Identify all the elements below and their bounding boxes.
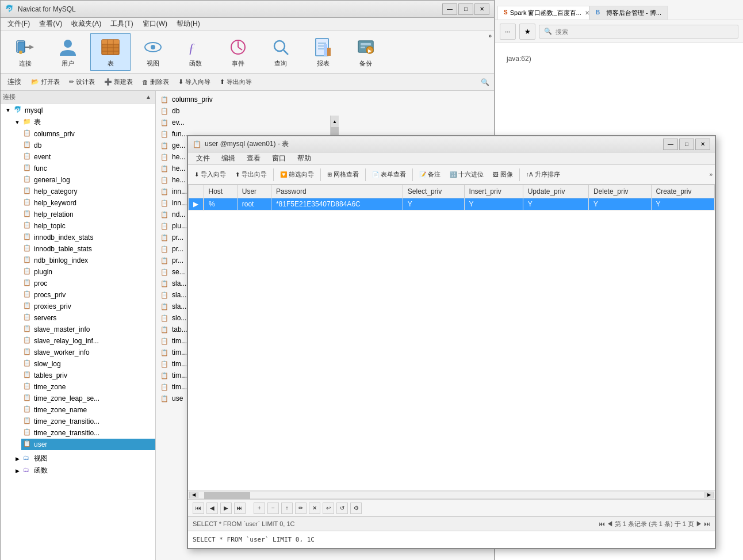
nav-save-button[interactable]: ↑ [281,503,293,514]
user-filter-wizard-btn[interactable]: 🔽筛选向导 [276,168,318,181]
toolbar-report[interactable]: 报表 [303,33,343,71]
tree-table-innodb-index[interactable]: 📋 innodb_index_stats [21,232,155,243]
maximize-button[interactable]: □ [458,3,473,15]
user-table-data[interactable]: Host User Password Select_priv Insert_pr… [188,185,715,490]
nav-edit-button[interactable]: ✏ [295,503,307,514]
user-export-wizard-btn[interactable]: ⬆导出向导 [231,168,271,181]
status-nav-last[interactable]: ⏭ [704,520,710,527]
status-nav-first[interactable]: ⏮ [599,520,605,527]
tree-table-user[interactable]: 📋 user [21,439,155,450]
tree-table-ndb-binlog[interactable]: 📋 ndb_binlog_index [21,255,155,266]
cell-create-priv[interactable]: Y [651,198,715,210]
list-item-columns-priv[interactable]: 📋 columns_priv [158,94,492,105]
col-select-priv[interactable]: Select_priv [403,185,464,198]
menu-favorites[interactable]: 收藏夹(A) [67,18,106,30]
browser-more-btn[interactable]: ··· [500,24,516,40]
toolbar-user[interactable]: 用户 [48,33,88,71]
toolbar-event[interactable]: 事件 [218,33,258,71]
nav-add-button[interactable]: + [254,503,265,514]
user-close-button[interactable]: ✕ [695,139,710,150]
col-insert-priv[interactable]: Insert_priv [464,185,523,198]
tree-table-time-zone-trans-type[interactable]: 📋 time_zone_transitio... [21,427,155,439]
list-item-event[interactable]: 📋 ev... [158,117,492,128]
nav-last-button[interactable]: ⏭ [234,503,246,514]
nav-remove-button[interactable]: − [267,503,279,514]
col-user[interactable]: User [237,185,271,198]
tree-func-section[interactable]: ▶ 🗂 函数 [7,465,155,477]
col-delete-priv[interactable]: Delete_priv [588,185,651,198]
browser-address[interactable]: 🔍 [539,25,738,39]
col-create-priv[interactable]: Create_priv [651,185,715,198]
tree-table-innodb-table[interactable]: 📋 innodb_table_stats [21,243,155,255]
menu-help[interactable]: 帮助(H) [172,18,205,30]
col-host[interactable]: Host [204,185,237,198]
nav-prev-button[interactable]: ◀ [206,503,218,514]
tree-table-slave-master[interactable]: 📋 slave_master_info [21,324,155,335]
sidebar-collapse-btn[interactable]: ▲ [144,93,153,102]
tree-table-section[interactable]: ▼ 📁 表 [7,116,155,128]
tree-connection-mysql[interactable]: ▼ 🐬 mysql [1,105,155,116]
status-nav-prev[interactable]: ◀ [607,520,613,527]
user-menu-help[interactable]: 帮助 [292,152,317,164]
minimize-button[interactable]: — [442,3,457,15]
tree-table-slave-relay[interactable]: 📋 slave_relay_log_inf... [21,335,155,347]
tree-table-event[interactable]: 📋 event [21,151,155,163]
tree-table-time-zone-trans[interactable]: 📋 time_zone_transitio... [21,416,155,427]
tree-table-help-topic[interactable]: 📋 help_topic [21,220,155,232]
cell-password[interactable]: *81F5E21E35407D884A6C [271,198,403,210]
cell-delete-priv[interactable]: Y [588,198,651,210]
user-minimize-button[interactable]: — [663,139,678,150]
user-menu-file[interactable]: 文件 [190,152,216,164]
open-table-button[interactable]: 📂打开表 [27,76,64,88]
menu-file[interactable]: 文件(F) [3,18,35,30]
toolbar-query[interactable]: 查询 [261,33,301,71]
list-item-db[interactable]: 📋 db [158,106,492,116]
tree-table-func[interactable]: 📋 func [21,163,155,174]
tree-table-general-log[interactable]: 📋 general_log [21,174,155,186]
nav-refresh-button[interactable]: ↩ [323,503,334,514]
user-form-view-btn[interactable]: 📄表单查看 [368,168,410,181]
user-menu-view[interactable]: 查看 [241,152,266,164]
tree-table-servers[interactable]: 📋 servers [21,312,155,324]
import-wizard-button[interactable]: ⬇导入向导 [174,76,215,88]
table-row[interactable]: ▶ % root *81F5E21E35407D884A6C Y Y Y Y Y [189,198,715,210]
tree-table-help-relation[interactable]: 📋 help_relation [21,209,155,220]
user-toolbar-more[interactable]: » [709,171,713,178]
nav-first-button[interactable]: ⏮ [193,503,204,514]
delete-table-button[interactable]: 🗑删除表 [138,76,173,88]
tree-table-slow-log[interactable]: 📋 slow_log [21,358,155,370]
tree-table-time-zone[interactable]: 📋 time_zone [21,381,155,393]
tree-table-time-zone-name[interactable]: 📋 time_zone_name [21,404,155,416]
toolbar-backup[interactable]: ▶ 备份 [346,33,386,71]
browser-star-btn[interactable]: ★ [519,24,535,40]
browser-tab-spark[interactable]: S Spark 窗口函数_百度百... ✕ [497,6,589,20]
cell-insert-priv[interactable]: Y [464,198,523,210]
tree-view-section[interactable]: ▶ 🗂 视图 [7,452,155,465]
toolbar-table[interactable]: 表 [90,33,131,71]
cell-select-priv[interactable]: Y [403,198,464,210]
menu-tools[interactable]: 工具(T) [106,18,137,30]
new-table-button[interactable]: ➕新建表 [100,76,137,88]
tree-table-proxies-priv[interactable]: 📋 proxies_priv [21,301,155,312]
tree-table-tables-priv[interactable]: 📋 tables_priv [21,370,155,381]
cell-user[interactable]: root [237,198,271,210]
tree-table-proc[interactable]: 📋 proc [21,278,155,289]
menu-view[interactable]: 查看(V) [35,18,67,30]
tree-table-help-category[interactable]: 📋 help_category [21,186,155,197]
cell-host[interactable]: % [204,198,237,210]
toolbar-func[interactable]: ƒ 函数 [175,33,216,71]
user-image-btn[interactable]: 🖼图像 [489,168,517,181]
tree-table-slave-worker[interactable]: 📋 slave_worker_info [21,347,155,358]
col-password[interactable]: Password [271,185,403,198]
user-hex-btn[interactable]: 🔢十六进位 [446,168,488,181]
tree-table-procs-priv[interactable]: 📋 procs_priv [21,289,155,301]
export-wizard-button[interactable]: ⬆导出向导 [216,76,256,88]
nav-settings-button[interactable]: ⚙ [350,503,362,514]
tree-table-db[interactable]: 📋 db [21,140,155,151]
user-import-wizard-btn[interactable]: ⬇导入向导 [190,168,230,181]
tree-table-plugin[interactable]: 📋 plugin [21,266,155,278]
spark-tab-close[interactable]: ✕ [585,10,589,16]
tree-table-help-keyword[interactable]: 📋 help_keyword [21,197,155,209]
tree-table-columns-priv[interactable]: 📋 columns_priv [21,128,155,140]
nav-next-button[interactable]: ▶ [220,503,232,514]
